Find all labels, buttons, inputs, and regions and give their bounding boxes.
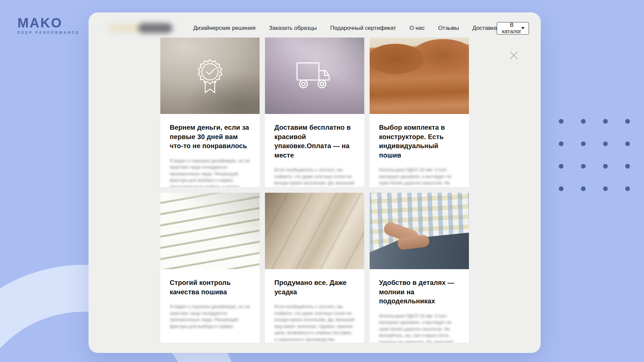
nav-link-design-solutions[interactable]: Дизайнерские решения xyxy=(193,25,256,32)
mako-logo-subtext: DEEP PERFORMANCE xyxy=(17,31,80,35)
dot xyxy=(559,186,564,191)
nav-link-delivery[interactable]: Доставка xyxy=(472,25,497,32)
catalog-select-label: В каталог xyxy=(502,22,521,35)
card-text-blurred: Используем ПДСП 16 мм. Стоит материал де… xyxy=(379,313,460,343)
dot xyxy=(581,119,586,124)
mako-logo: MAKO DEEP PERFORMANCE xyxy=(17,16,80,35)
card-image-striped-fabric xyxy=(160,193,260,269)
card-text-blurred: Я видел о хороших дизайнерах, но на прак… xyxy=(170,158,250,187)
modal-panel: Дизайнерские решения Заказать образцы По… xyxy=(89,12,541,353)
card-image-gingham-duvet xyxy=(370,193,469,269)
card-title: Удобство в деталях — молнии на пододеяль… xyxy=(379,278,460,306)
nav-link-reviews[interactable]: Отзывы xyxy=(438,25,459,32)
card-text-blurred: Если пообщаетесь с хостесс, вы поймете, … xyxy=(274,167,355,187)
dot xyxy=(625,119,630,124)
dot xyxy=(625,186,630,191)
dot xyxy=(603,186,608,191)
close-icon xyxy=(508,50,519,61)
dot xyxy=(625,164,630,169)
navbar: Дизайнерские решения Заказать образцы По… xyxy=(107,21,521,35)
feature-cards-grid: Вернем деньги, если за первые 30 дней ва… xyxy=(160,38,469,343)
delivery-truck-icon xyxy=(293,60,336,92)
award-badge-icon xyxy=(190,56,230,96)
dot xyxy=(603,164,608,169)
dot xyxy=(581,164,586,169)
card-text-blurred: Я видел о хороших дизайнерах, но на прак… xyxy=(170,303,250,329)
dot xyxy=(581,186,586,191)
partner-logo-blob-dark xyxy=(138,23,172,33)
chevron-down-icon xyxy=(521,27,525,29)
card-image-terracotta-bedding xyxy=(370,38,469,114)
nav-link-gift-certificate[interactable]: Подарочный сертификат xyxy=(330,25,396,32)
card-image-beige-bedding xyxy=(265,193,364,269)
nav-link-about[interactable]: О нас xyxy=(410,25,425,32)
catalog-select[interactable]: В каталог xyxy=(497,22,529,35)
card-text-blurred: Используем ПДСП 16 мм. Стоит материал де… xyxy=(379,167,460,187)
card-title: Выбор комплекта в конструкторе. Есть инд… xyxy=(379,123,460,160)
dot xyxy=(559,141,564,146)
dot xyxy=(559,164,564,169)
card-title: Строгий контроль качества пошива xyxy=(170,278,250,297)
card-title: Продумано все. Даже усадка xyxy=(274,278,355,297)
dot xyxy=(603,119,608,124)
card-image-neutral-bedding xyxy=(160,38,260,114)
feature-card-shrinkage: Продумано все. Даже усадка Если пообщает… xyxy=(265,193,364,343)
card-image-lavender-bedding xyxy=(265,38,364,114)
feature-card-free-delivery: Доставим бесплатно в красивой упаковке.О… xyxy=(265,38,364,187)
card-title: Доставим бесплатно в красивой упаковке.О… xyxy=(274,123,355,160)
feature-card-money-back: Вернем деньги, если за первые 30 дней ва… xyxy=(160,38,260,187)
feature-card-constructor: Выбор комплекта в конструкторе. Есть инд… xyxy=(370,38,469,187)
close-button[interactable] xyxy=(508,50,519,61)
dot xyxy=(559,119,564,124)
partner-logo-blurred xyxy=(107,21,171,35)
dots-decoration xyxy=(559,119,630,191)
dot xyxy=(625,141,630,146)
mako-logo-text: MAKO xyxy=(17,16,80,29)
nav-link-order-samples[interactable]: Заказать образцы xyxy=(269,25,317,32)
dot xyxy=(581,141,586,146)
feature-card-quality-control: Строгий контроль качества пошива Я видел… xyxy=(160,193,260,343)
dot xyxy=(603,141,608,146)
card-title: Вернем деньги, если за первые 30 дней ва… xyxy=(170,123,250,151)
card-text-blurred: Если пообщаетесь с хостесс, вы поймете, … xyxy=(274,303,355,343)
feature-card-zippers: Удобство в деталях — молнии на пододеяль… xyxy=(370,193,469,343)
nav-links: Дизайнерские решения Заказать образцы По… xyxy=(193,25,497,32)
